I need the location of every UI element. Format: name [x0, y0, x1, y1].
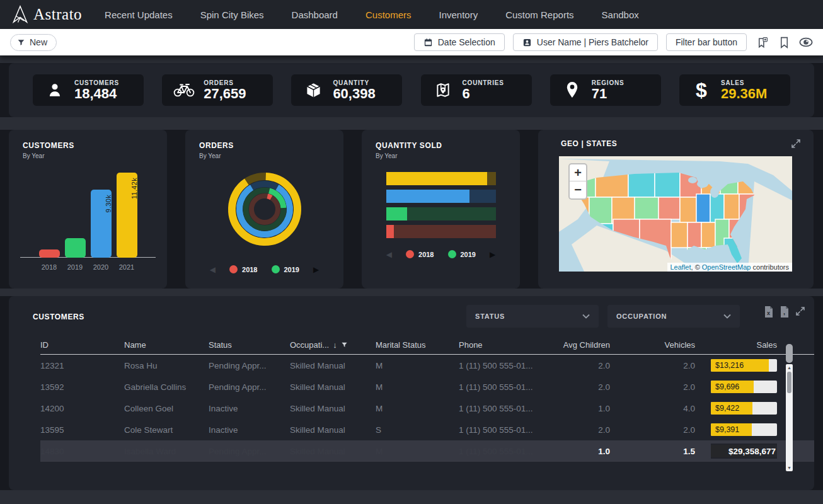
kpi-sales[interactable]: $ SALES 29.36M: [679, 74, 790, 106]
nav-item-spin-city-bikes[interactable]: Spin City Bikes: [200, 9, 264, 20]
nav-item-dashboard[interactable]: Dashboard: [292, 9, 338, 20]
leaflet-map[interactable]: + − Leaflet, © OpenStreetMap contributor…: [559, 156, 792, 272]
bar-2021[interactable]: 11.42k: [117, 173, 137, 258]
expand-icon[interactable]: [795, 306, 805, 318]
bookmark-icon[interactable]: [777, 35, 791, 49]
chart-title: QUANTITY SOLD: [362, 141, 520, 150]
scrollbar-track[interactable]: ▲ ▼: [786, 364, 793, 471]
map-zoom-control: + −: [568, 163, 587, 200]
bar-2020[interactable]: 9.30k: [91, 190, 112, 258]
sales-bar: $9,391: [711, 423, 777, 436]
nav-item-customers[interactable]: Customers: [365, 9, 412, 20]
occupation-dropdown[interactable]: OCCUPATION: [607, 305, 740, 328]
bar-2018[interactable]: [39, 249, 60, 258]
svg-text:,: ,: [783, 308, 785, 316]
date-selection-label: Date Selection: [438, 37, 495, 47]
legend-prev-arrow[interactable]: ◀: [386, 251, 392, 258]
bar-chart-plot: 9.30k 11.42k: [23, 168, 153, 258]
column-filter-icon[interactable]: [341, 341, 348, 348]
legend-item-2019[interactable]: 2019: [272, 265, 299, 273]
chart-subtitle: By Year: [185, 152, 343, 159]
legend-next-arrow[interactable]: ▶: [313, 266, 319, 273]
astrato-logo[interactable]: Astrato: [11, 5, 82, 24]
table-row[interactable]: 12321Rosa HuPending Appr...Skilled Manua…: [40, 355, 814, 376]
osm-link[interactable]: OpenStreetMap: [702, 263, 751, 271]
kpi-orders[interactable]: ORDERS 27,659: [162, 74, 273, 106]
table-header-row: ID Name Status Occupati... ↓ Marital Sta…: [40, 336, 814, 355]
bar-value-label: 9.30k: [105, 195, 112, 212]
table-row[interactable]: 13592Gabriella CollinsPending Appr...Ski…: [40, 376, 814, 398]
chart-title: CUSTOMERS: [9, 141, 167, 150]
user-name-button[interactable]: User Name | Piers Batchelor: [513, 33, 658, 51]
kpi-quantity[interactable]: QUANTITY 60,398: [291, 74, 402, 106]
bicycle-icon: [172, 82, 196, 98]
kpi-value: 29.36M: [721, 86, 767, 101]
filter-bar-button[interactable]: Filter bar button: [666, 33, 747, 51]
scroll-down-arrow[interactable]: ▼: [786, 466, 793, 470]
scrollbar-thumb[interactable]: [787, 372, 791, 393]
kpi-value: 18,484: [74, 86, 119, 101]
donut-chart[interactable]: [217, 162, 312, 256]
user-card-icon: [522, 38, 532, 47]
hbar-2021[interactable]: [386, 172, 496, 185]
totals-vehicles: 1.5: [610, 447, 695, 456]
zoom-out-button[interactable]: −: [570, 181, 586, 198]
bookmark-add-icon[interactable]: [755, 35, 769, 49]
export-xlsx-icon[interactable]: x: [764, 306, 774, 318]
col-header-sales[interactable]: Sales: [695, 340, 777, 350]
scrollbar-outer-thumb[interactable]: [786, 344, 793, 363]
kpi-countries[interactable]: COUNTRIES 6: [421, 74, 532, 106]
col-header-id[interactable]: ID: [40, 340, 124, 350]
hbar-2019[interactable]: [386, 207, 496, 220]
col-header-name[interactable]: Name: [124, 340, 209, 350]
sales-bar: $9,422: [711, 402, 777, 415]
kpi-value: 60,398: [333, 86, 375, 101]
table-row[interactable]: 14200Colleen GoelInactiveSkilled ManualM…: [40, 398, 814, 419]
table-row[interactable]: 13595Cole StewartInactiveSkilled ManualS…: [40, 419, 814, 440]
table-scrollbar[interactable]: ▲ ▼: [786, 344, 793, 471]
status-dropdown[interactable]: STATUS: [466, 305, 599, 328]
kpi-customers[interactable]: CUSTOMERS 18,484: [33, 74, 144, 106]
hbar-2020[interactable]: [386, 190, 496, 203]
chart-subtitle: By Year: [9, 152, 167, 159]
nav-item-recent-updates[interactable]: Recent Updates: [105, 9, 173, 20]
date-selection-button[interactable]: Date Selection: [414, 33, 505, 51]
user-name-label: User Name | Piers Batchelor: [537, 37, 648, 47]
bar-2019[interactable]: [65, 238, 86, 258]
zoom-in-button[interactable]: +: [570, 164, 586, 181]
legend-item-2018[interactable]: 2018: [229, 265, 257, 273]
brand-name: Astrato: [33, 6, 82, 23]
totals-avg-children: 1.0: [541, 447, 610, 456]
legend-item-2018[interactable]: 2018: [406, 250, 434, 258]
nav-item-custom-reports[interactable]: Custom Reports: [505, 9, 573, 20]
geo-states-panel: GEO | STATES: [538, 130, 814, 289]
eye-icon[interactable]: [799, 35, 813, 49]
totals-sales: $29,358,677: [711, 444, 777, 459]
map-title: GEO | STATES: [550, 139, 617, 148]
col-header-status[interactable]: Status: [209, 340, 290, 350]
leaflet-link[interactable]: Leaflet: [670, 263, 691, 271]
person-icon: [43, 81, 67, 99]
new-filter-label: New: [30, 37, 47, 47]
col-header-phone[interactable]: Phone: [459, 340, 541, 350]
col-header-marital-status[interactable]: Marital Status: [376, 340, 459, 350]
export-csv-icon[interactable]: ,: [780, 306, 790, 318]
chevron-down-icon: [723, 314, 731, 319]
table-topbar: CUSTOMERS STATUS OCCUPATION: [9, 296, 814, 328]
kpi-regions[interactable]: REGIONS 71: [550, 74, 661, 106]
filter-bar-label: Filter bar button: [676, 37, 737, 47]
top-nav: Astrato Recent Updates Spin City Bikes D…: [0, 0, 823, 29]
legend-item-2019[interactable]: 2019: [448, 250, 476, 258]
scroll-up-arrow[interactable]: ▲: [786, 365, 793, 370]
new-filter-button[interactable]: New: [10, 34, 57, 51]
nav-item-sandbox[interactable]: Sandbox: [602, 9, 639, 20]
sort-desc-icon[interactable]: ↓: [333, 340, 337, 350]
col-header-vehicles[interactable]: Vehicles: [610, 340, 695, 350]
expand-icon[interactable]: [791, 139, 801, 149]
hbar-2018[interactable]: [386, 225, 496, 238]
legend-prev-arrow[interactable]: ◀: [210, 266, 216, 273]
col-header-avg-children[interactable]: Avg Children: [541, 340, 610, 350]
legend-next-arrow[interactable]: ▶: [490, 251, 495, 258]
nav-item-inventory[interactable]: Inventory: [439, 9, 478, 20]
col-header-occupation[interactable]: Occupati... ↓: [290, 340, 376, 350]
